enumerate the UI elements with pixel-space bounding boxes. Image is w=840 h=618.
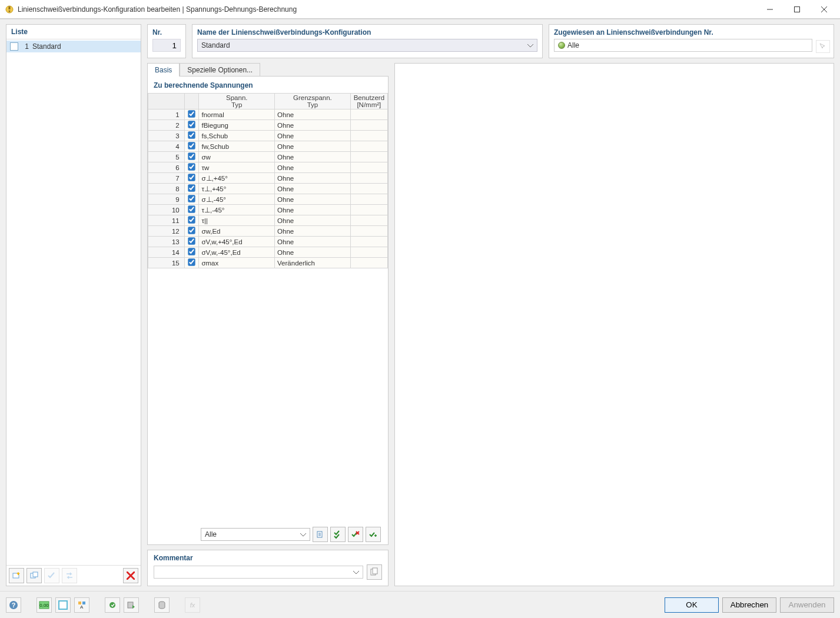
assigned-field[interactable]: Alle bbox=[554, 39, 812, 52]
col-rownum bbox=[148, 94, 185, 109]
limit-type-cell[interactable]: Ohne bbox=[275, 109, 351, 120]
help-button[interactable]: ? bbox=[6, 597, 21, 613]
row-checkbox[interactable] bbox=[188, 195, 195, 202]
limit-type-cell[interactable]: Ohne bbox=[275, 194, 351, 205]
svg-point-28 bbox=[109, 602, 115, 608]
limit-type-cell[interactable]: Ohne bbox=[275, 247, 351, 258]
row-checkbox[interactable] bbox=[188, 110, 195, 117]
limit-type-cell[interactable]: Ohne bbox=[275, 162, 351, 173]
row-checkbox[interactable] bbox=[188, 227, 195, 234]
limit-type-cell[interactable]: Ohne bbox=[275, 131, 351, 141]
copy-item-button[interactable] bbox=[26, 568, 42, 583]
comment-box: Kommentar bbox=[147, 550, 389, 586]
stress-type-cell[interactable]: σV,w,+45°,Ed bbox=[199, 237, 275, 247]
comment-library-button[interactable] bbox=[367, 564, 382, 580]
user-value-cell[interactable] bbox=[350, 237, 387, 247]
row-checkbox[interactable] bbox=[188, 205, 195, 212]
stress-type-cell[interactable]: σV,w,-45°,Ed bbox=[199, 247, 275, 258]
user-value-cell[interactable] bbox=[350, 205, 387, 215]
row-checkbox[interactable] bbox=[188, 121, 195, 128]
user-value-cell[interactable] bbox=[350, 184, 387, 194]
cancel-button[interactable]: Abbrechen bbox=[722, 597, 776, 613]
user-value-cell[interactable] bbox=[350, 173, 387, 184]
user-value-cell[interactable] bbox=[350, 247, 387, 258]
new-item-button[interactable] bbox=[9, 568, 24, 583]
limit-type-cell[interactable]: Veränderlich bbox=[275, 258, 351, 268]
comment-input[interactable] bbox=[154, 566, 363, 579]
tab-basis[interactable]: Basis bbox=[147, 63, 180, 77]
row-checkbox[interactable] bbox=[188, 131, 195, 138]
table-row: 7σ⊥,+45°Ohne bbox=[148, 173, 388, 184]
stress-type-cell[interactable]: τ⊥,-45° bbox=[199, 205, 275, 215]
close-button[interactable] bbox=[811, 1, 838, 18]
user-value-cell[interactable] bbox=[350, 109, 387, 120]
apply-button[interactable]: Anwenden bbox=[780, 597, 834, 613]
limit-type-cell[interactable]: Ohne bbox=[275, 237, 351, 247]
stress-type-cell[interactable]: fs,Schub bbox=[199, 131, 275, 141]
maximize-button[interactable] bbox=[783, 1, 811, 18]
stress-type-cell[interactable]: fnormal bbox=[199, 109, 275, 120]
stress-type-cell[interactable]: σw,Ed bbox=[199, 226, 275, 237]
row-checkbox[interactable] bbox=[188, 152, 195, 160]
stress-type-cell[interactable]: fw,Schub bbox=[199, 141, 275, 152]
stress-type-cell[interactable]: τ|| bbox=[199, 215, 275, 226]
user-value-cell[interactable] bbox=[350, 131, 387, 141]
row-checkbox[interactable] bbox=[188, 174, 195, 181]
stress-type-cell[interactable]: σ⊥,+45° bbox=[199, 173, 275, 184]
limit-type-cell[interactable]: Ohne bbox=[275, 226, 351, 237]
row-checkbox[interactable] bbox=[188, 258, 195, 265]
row-checkbox[interactable] bbox=[188, 248, 195, 255]
name-label: Name der Linienschweißverbindungs-Konfig… bbox=[197, 28, 537, 36]
svg-rect-19 bbox=[373, 568, 377, 574]
table-row: 9σ⊥,-45°Ohne bbox=[148, 194, 388, 205]
row-checkbox[interactable] bbox=[188, 142, 195, 149]
user-value-cell[interactable] bbox=[350, 258, 387, 268]
check-all-button[interactable] bbox=[330, 527, 346, 542]
row-checkbox[interactable] bbox=[188, 237, 195, 244]
pick-in-view-button[interactable] bbox=[816, 40, 830, 53]
stress-type-cell[interactable]: σ⊥,-45° bbox=[199, 194, 275, 205]
user-value-cell[interactable] bbox=[350, 152, 387, 162]
database-button[interactable] bbox=[154, 597, 170, 613]
limit-type-cell[interactable]: Ohne bbox=[275, 173, 351, 184]
user-value-cell[interactable] bbox=[350, 141, 387, 152]
stress-type-cell[interactable]: σmax bbox=[199, 258, 275, 268]
calc-settings-button[interactable] bbox=[105, 597, 120, 613]
stress-type-cell[interactable]: fBiegung bbox=[199, 120, 275, 131]
calc-run-button[interactable] bbox=[124, 597, 139, 613]
limit-type-cell[interactable]: Ohne bbox=[275, 205, 351, 215]
stress-type-cell[interactable]: σw bbox=[199, 152, 275, 162]
limit-type-cell[interactable]: Ohne bbox=[275, 215, 351, 226]
row-checkbox[interactable] bbox=[188, 163, 195, 170]
row-checkbox[interactable] bbox=[188, 216, 195, 223]
color-frame-button[interactable] bbox=[55, 597, 71, 613]
limit-type-cell[interactable]: Ohne bbox=[275, 184, 351, 194]
user-value-cell[interactable] bbox=[350, 162, 387, 173]
row-checkbox[interactable] bbox=[188, 184, 195, 191]
row-checkbox-cell bbox=[184, 173, 199, 184]
invert-check-button[interactable] bbox=[366, 527, 381, 542]
ok-button[interactable]: OK bbox=[665, 597, 719, 613]
uncheck-all-button[interactable] bbox=[348, 527, 363, 542]
limit-type-cell[interactable]: Ohne bbox=[275, 120, 351, 131]
limit-type-cell[interactable]: Ohne bbox=[275, 141, 351, 152]
filter-select[interactable]: Alle bbox=[201, 528, 310, 541]
stress-type-cell[interactable]: τw bbox=[199, 162, 275, 173]
stress-type-cell[interactable]: τ⊥,+45° bbox=[199, 184, 275, 194]
svg-rect-24 bbox=[59, 601, 67, 609]
list-item-standard[interactable]: 1 Standard bbox=[6, 41, 141, 52]
user-value-cell[interactable] bbox=[350, 120, 387, 131]
units-button[interactable]: 0,00 bbox=[36, 597, 52, 613]
stress-table: Spann. Typ Grenzspann. Typ Benutzerd bbox=[148, 93, 388, 268]
delete-item-button[interactable] bbox=[123, 568, 138, 583]
minimize-button[interactable] bbox=[756, 1, 783, 18]
user-value-cell[interactable] bbox=[350, 226, 387, 237]
name-select[interactable]: Standard bbox=[197, 39, 537, 52]
user-value-cell[interactable] bbox=[350, 215, 387, 226]
user-value-cell[interactable] bbox=[350, 194, 387, 205]
font-settings-button[interactable]: A bbox=[74, 597, 89, 613]
limit-type-cell[interactable]: Ohne bbox=[275, 152, 351, 162]
header-row: Nr. Name der Linienschweißverbindungs-Ko… bbox=[147, 24, 834, 58]
tab-special-options[interactable]: Spezielle Optionen... bbox=[180, 63, 260, 77]
copy-table-button[interactable] bbox=[313, 527, 328, 542]
